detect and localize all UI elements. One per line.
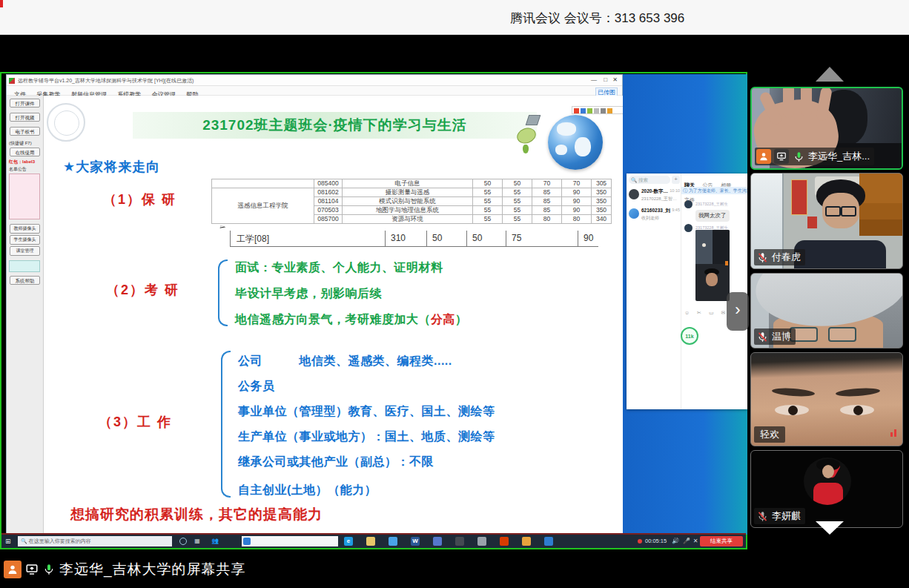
qq-group-item[interactable]: 2020-数字… 10:10 23170228_王智…	[627, 187, 681, 205]
qq-search-input[interactable]: 🔍 搜索	[629, 176, 670, 184]
qq-group-item[interactable]: 62160233_刘 9:45 收到老师	[627, 206, 681, 225]
minimize-button[interactable]: —	[591, 76, 597, 83]
section3-label: （3）工 作	[99, 413, 172, 431]
admission-score-table: 085400电子信息 5050 7070 305 遥感信息工程学院 081602…	[211, 179, 612, 224]
screen-share-icon	[774, 149, 789, 164]
end-share-button[interactable]: 结束共享	[700, 536, 743, 546]
jlu-seal-logo	[47, 103, 85, 142]
work-item-3: 事业单位（管理型）教育、医疗、国土、测绘等	[238, 404, 495, 420]
chat-image-message[interactable]	[695, 230, 730, 301]
qq-conversation-list: 🔍 搜索 + 2020-数字… 10:10 23170228_王智… 62160…	[627, 174, 681, 409]
app-icon[interactable]	[433, 537, 442, 546]
host-icon	[756, 149, 771, 164]
task-view-icon[interactable]: ▦	[193, 537, 202, 546]
teacher-camera-button[interactable]: 教师摄像头	[10, 224, 40, 234]
start-button[interactable]: ⊞	[5, 538, 13, 545]
class-manage-button[interactable]: 课堂管理	[10, 246, 40, 256]
e-board-button[interactable]: 电子板书	[10, 127, 40, 136]
edge-icon[interactable]: e	[344, 537, 353, 546]
qq-chat-window: 🔍 搜索 + 2020-数字… 10:10 23170228_王智… 62160…	[627, 174, 747, 409]
office-icon[interactable]	[500, 537, 509, 546]
file-explorer-icon[interactable]	[366, 537, 375, 546]
group-avatar	[629, 189, 639, 199]
participant-namebar: 李妍麒	[754, 508, 805, 524]
mic-muted-icon	[756, 251, 769, 264]
ime-toolbar[interactable]	[572, 106, 624, 114]
maximize-button[interactable]: □	[604, 76, 607, 83]
participant-tile-fuchunhu[interactable]: 付春虎	[750, 173, 903, 269]
score-scale-row: 工学[08] 310 50 50 75 90	[230, 231, 598, 247]
section2-label: （2）考 研	[106, 281, 179, 299]
expand-panel-chevron[interactable]: ›	[727, 292, 749, 331]
status-panel	[9, 260, 40, 272]
section2-brace	[218, 260, 228, 326]
share-banner-text: 李远华_吉林大学的屏幕共享	[59, 560, 246, 579]
meeting-id-text: 腾讯会议 会议号：313 653 396	[510, 10, 684, 27]
roster-label: 名单公告	[9, 166, 27, 173]
mic-icon[interactable]: 🎤	[682, 537, 691, 546]
participant-name: 李远华_吉林...	[808, 150, 870, 163]
secondary-search-box[interactable]	[242, 536, 338, 546]
open-courseware-button[interactable]: 打开课件	[10, 99, 40, 108]
notice-panel	[9, 174, 40, 219]
speaker-icon[interactable]: 🔊	[671, 537, 680, 546]
close-button[interactable]: ✕	[612, 76, 618, 83]
presentation-slide: 231702班主题班会·疫情下的学习与生活 ★大家将来走向 （1）保 研	[44, 96, 624, 537]
avatar	[804, 457, 851, 505]
photos-icon[interactable]	[544, 537, 553, 546]
participant-tile-qinghuan[interactable]: 轻欢	[750, 352, 903, 446]
app-icon	[9, 78, 15, 84]
app-icon[interactable]	[477, 537, 486, 546]
kaoyan-item-2: 毕设计早考虑，别影响后续	[235, 286, 382, 302]
participant-name: 付春虎	[772, 251, 801, 264]
section1-label: （1）保 研	[103, 191, 176, 208]
app-icon[interactable]	[455, 537, 464, 546]
word-icon[interactable]: W	[411, 537, 420, 546]
close-icon[interactable]: ✕	[691, 537, 700, 546]
mic-on-icon	[792, 150, 805, 163]
slide-footer-note: 想搞研究的积累训练，其它的提高能力	[70, 505, 323, 524]
poor-signal-icon	[890, 429, 896, 437]
participant-namebar: 轻欢	[754, 426, 785, 443]
student-camera-button[interactable]: 学生摄像头	[10, 235, 40, 245]
share-duration: 00:05:15	[645, 538, 667, 544]
qq-add-button[interactable]: +	[672, 176, 680, 184]
cortana-icon[interactable]	[179, 538, 187, 545]
work-item-4: 生产单位（事业或地方）：国土、地质、测绘等	[238, 429, 495, 445]
app-icon[interactable]	[522, 537, 531, 546]
qq-toolbar-icons[interactable]: ☺ ✂ ▭ ✉	[684, 310, 728, 316]
sender-avatar	[684, 200, 693, 208]
app-titlebar[interactable]: 远程教学辅导平台v1.20_吉林大学地球探测科学与技术学院 [YH](在线已激活…	[7, 75, 622, 86]
open-video-button[interactable]: 打开视频	[10, 113, 40, 122]
participant-tile-liyuanhua[interactable]: 李远华_吉林...	[750, 87, 903, 170]
network-speed-badge: 11k	[681, 327, 698, 345]
redpacket-label: 红包：label3	[9, 159, 35, 165]
mic-on-icon	[42, 563, 56, 576]
windows-taskbar: ⊞ 🔍 在这里输入你要搜索的内容 ▦ 👥 e W 00:05:15 🔊 🎤 ✕ …	[1, 535, 746, 548]
online-use-button[interactable]: 在线使用	[10, 148, 40, 156]
app-title: 远程教学辅导平台v1.20_吉林大学地球探测科学与技术学院 [YH](在线已激活…	[18, 77, 194, 85]
screen-share-icon	[25, 563, 39, 576]
mic-muted-icon	[756, 330, 769, 343]
scroll-up-arrow[interactable]	[816, 67, 844, 82]
scroll-down-arrow[interactable]	[816, 521, 844, 535]
section3-brace	[221, 351, 231, 498]
taskbar-search-box[interactable]: 🔍 在这里输入你要搜索的内容	[18, 536, 172, 546]
work-item-1: 公司 地信类、遥感类、编程类.....	[238, 354, 452, 369]
shared-screen-region: 远程教学辅导平台v1.20_吉林大学地球探测科学与技术学院 [YH](在线已激活…	[0, 72, 747, 549]
meeting-header: 腾讯会议 会议号：313 653 396	[0, 0, 909, 35]
people-icon[interactable]: 👥	[211, 537, 219, 546]
table-row: 085400电子信息 5050 7070 305	[212, 179, 612, 188]
mic-muted-icon	[756, 509, 769, 523]
participant-name: 轻欢	[760, 428, 779, 441]
mouse-cursor	[220, 225, 226, 230]
table-row: 遥感信息工程学院 081602摄影测量与遥感 5555 8590 350	[212, 188, 612, 197]
globe-clipart	[548, 115, 603, 170]
recording-indicator	[638, 539, 642, 544]
kaoyan-item-3: 地信遥感方向景气，考研难度加大（分高）	[235, 312, 468, 328]
participant-tile-liyanqi[interactable]: 李妍麒	[750, 450, 903, 528]
system-help-button[interactable]: 系统帮助	[10, 276, 40, 285]
participant-namebar: 付春虎	[754, 249, 805, 265]
participant-tile-wenbo[interactable]: 温博	[750, 273, 903, 348]
store-icon[interactable]	[389, 537, 397, 546]
